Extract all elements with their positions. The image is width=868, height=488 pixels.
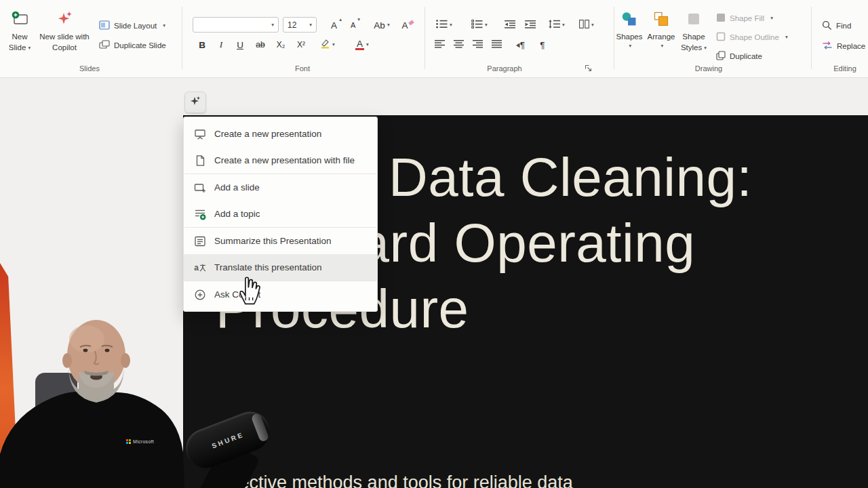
new-slide-copilot-label-1: New slide with [39,33,90,41]
font-name-combo[interactable]: ▾ [193,17,279,33]
outdent-icon [505,20,515,30]
change-case-button[interactable]: Ab▾ [370,17,394,33]
app-window: { "glyphs": { "chevron": "▾", "tri_up": … [0,0,868,488]
change-case-label: Ab [374,20,385,30]
indent-icon [525,20,536,30]
menu-item-label: Summarize this Presentation [214,236,332,246]
new-slide-copilot-button[interactable]: New slide with Copilot [37,10,92,52]
eraser-icon [408,20,414,25]
slide-title-line1[interactable]: Data Cleaning: [389,150,752,205]
menu-item-label: Translate this presentation [214,262,322,272]
underline-button[interactable]: U [231,37,249,53]
menu-item-summarize[interactable]: Summarize this Presentation [184,228,377,254]
text-direction-button[interactable]: ¶ [510,37,530,53]
copilot-floating-button[interactable] [184,92,206,113]
italic-button[interactable]: I [212,37,230,53]
shape-outline-button[interactable]: Shape Outline ▾ [716,30,788,44]
font-size-value: 12 [288,20,296,30]
new-slide-icon [11,10,29,30]
columns-icon [579,20,589,30]
shrink-font-button[interactable]: A▾ [347,17,364,33]
shape-outline-icon [716,32,726,43]
shape-fill-button[interactable]: Shape Fill ▾ [716,12,773,25]
group-label-drawing: Drawing [682,64,736,73]
align-center-button[interactable] [450,37,467,53]
slide-layout-button[interactable]: Slide Layout ▾ [99,19,165,33]
shape-styles-icon [685,10,703,30]
numbering-button[interactable]: ▾ [467,17,492,33]
line-spacing-icon [549,20,560,30]
bold-button[interactable]: B [193,37,211,53]
new-slide-button[interactable]: New Slide▾ [4,10,35,52]
group-label-slides: Slides [62,64,117,73]
ask-copilot-icon [193,289,207,301]
shapes-button[interactable]: Shapes ▾ [614,10,644,49]
paragraph-dialog-launcher[interactable] [585,62,592,75]
group-divider [425,7,425,69]
chevron-down-icon: ▾ [562,22,565,28]
arrow-down-icon: ▾ [357,17,360,22]
duplicate-label: Duplicate [730,52,762,60]
menu-item-label: Create a new presentation [214,129,321,139]
columns-button[interactable]: ▾ [574,17,599,33]
increase-indent-button[interactable] [522,17,538,33]
shapes-label: Shapes [616,33,642,41]
paragraph-marks-button[interactable]: ¶ [534,37,551,53]
copilot-sparkle-icon [189,95,201,110]
bold-label: B [199,40,205,50]
font-size-combo[interactable]: 12 ▾ [283,17,317,33]
summarize-icon [193,235,207,247]
menu-item-translate[interactable]: a Translate this presentation [184,254,377,281]
replace-button[interactable]: Replace [822,39,865,53]
ribbon: New Slide▾ New slide with Copilot Slide … [0,0,868,78]
highlight-color-button[interactable]: ▾ [315,37,340,53]
align-right-button[interactable] [469,37,486,53]
group-divider [182,7,182,69]
duplicate-button[interactable]: Duplicate [716,49,762,63]
numbered-list-icon [471,20,483,30]
duplicate-icon [716,51,726,62]
chevron-down-icon: ▾ [387,22,390,28]
find-button[interactable]: Find [822,19,851,33]
font-color-button[interactable]: A ▾ [349,37,376,53]
arrow-up-icon: ▴ [339,17,342,22]
justify-button[interactable] [488,37,505,53]
superscript-button[interactable]: X² [292,37,310,53]
chevron-down-icon: ▾ [309,22,312,28]
slide-layout-icon [99,20,110,31]
copilot-menu: Create a new presentation Create a new p… [183,117,378,312]
font-color-letter: A [357,40,363,48]
menu-item-ask-copilot[interactable]: Ask Copilot [184,281,377,308]
menu-item-create-presentation[interactable]: Create a new presentation [184,121,377,147]
justify-icon [492,40,502,50]
menu-item-label: Add a topic [214,209,260,219]
bullets-button[interactable]: ▾ [431,17,457,33]
new-slide-copilot-label-2: Copilot [52,43,77,52]
clear-formatting-button[interactable]: A [399,17,416,33]
grow-font-letter: A [331,20,337,30]
slide-subtitle[interactable]: Effective methods and tools for reliable… [217,472,573,488]
highlighter-icon [320,39,330,51]
chevron-down-icon: ▾ [661,43,664,49]
menu-item-add-slide[interactable]: Add a slide [184,174,377,201]
shape-styles-button[interactable]: Shape Styles▾ [678,10,709,52]
grow-font-button[interactable]: A▴ [328,17,345,33]
duplicate-slide-button[interactable]: Duplicate Slide [99,39,166,52]
file-icon [193,155,207,167]
line-spacing-button[interactable]: ▾ [544,17,570,33]
shrink-font-letter: A [351,21,355,29]
menu-item-add-topic[interactable]: Add a topic [184,201,377,227]
menu-item-create-presentation-with-file[interactable]: Create a new presentation with file [184,147,377,174]
slide-layout-label: Slide Layout [114,22,157,30]
decrease-indent-button[interactable] [502,17,518,33]
presentation-icon [193,128,207,140]
align-left-button[interactable] [431,37,448,53]
group-label-editing: Editing [818,64,868,73]
pilcrow-icon: ¶ [540,40,545,50]
subscript-button[interactable]: X₂ [272,37,290,53]
arrange-button[interactable]: Arrange ▾ [646,10,677,49]
group-label-paragraph: Paragraph [477,64,532,73]
strikethrough-button[interactable]: ab [252,37,269,53]
chevron-down-icon: ▾ [332,42,335,47]
shape-fill-icon [716,13,726,24]
